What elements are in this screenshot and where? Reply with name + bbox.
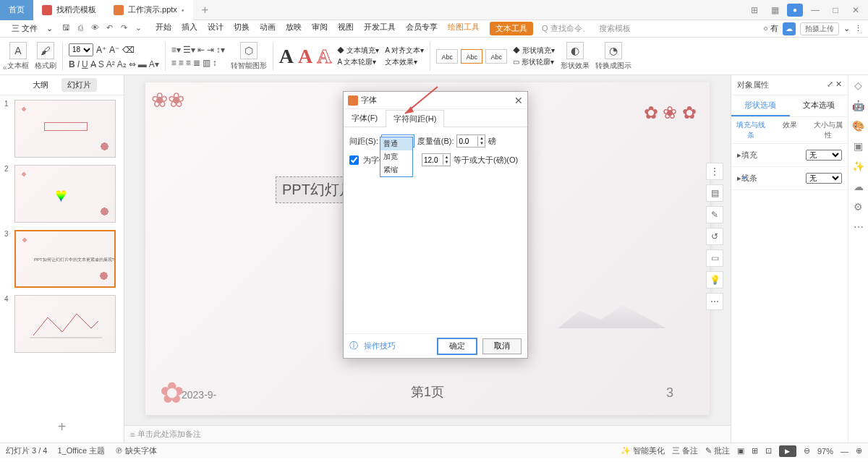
zoom-level[interactable]: 97% bbox=[817, 447, 833, 456]
float-crop-icon[interactable]: ▭ bbox=[706, 249, 723, 267]
slideshow-button[interactable]: ▶ bbox=[779, 445, 796, 457]
beautify-button[interactable]: ✨ 智能美化 bbox=[621, 445, 665, 456]
align-center-button[interactable]: ≡ bbox=[179, 58, 184, 68]
cancel-button[interactable]: 取消 bbox=[482, 338, 522, 354]
float-bulb-icon[interactable]: 💡 bbox=[706, 271, 723, 289]
undo-icon[interactable]: ↶ bbox=[103, 23, 115, 35]
tab-add[interactable]: + bbox=[193, 0, 217, 20]
menu-animation[interactable]: 动画 bbox=[260, 22, 276, 35]
rail-fx-icon[interactable]: ✨ bbox=[848, 156, 868, 176]
convert-smartart[interactable]: ⬡ 转智能图形 bbox=[231, 42, 267, 71]
fontcolor-button[interactable]: A▾ bbox=[149, 59, 159, 69]
add-slide-button[interactable]: + bbox=[0, 411, 124, 443]
option-expand[interactable]: 加宽 bbox=[380, 150, 412, 163]
minimize-button[interactable]: — bbox=[807, 5, 823, 15]
menu-slideshow[interactable]: 放映 bbox=[286, 22, 302, 35]
subtab-effect[interactable]: 效果 bbox=[770, 117, 809, 143]
tab-text-options[interactable]: 文本选项 bbox=[790, 95, 848, 116]
dialog-tab-font[interactable]: 字体(F) bbox=[344, 109, 386, 127]
shape-style-3[interactable]: Abc bbox=[485, 49, 507, 64]
kern-spinner[interactable]: ▲▼ bbox=[422, 153, 451, 166]
redo-icon[interactable]: ↷ bbox=[118, 23, 129, 35]
view-reading-icon[interactable]: ⊡ bbox=[765, 446, 772, 456]
rail-diamond-icon[interactable]: ◇ bbox=[848, 75, 868, 95]
rail-settings-icon[interactable]: ⚙ bbox=[848, 197, 868, 217]
linespacing-button[interactable]: ↕▾ bbox=[216, 45, 225, 55]
spacing-button[interactable]: ⇔ bbox=[129, 59, 136, 69]
align-justify-button[interactable]: ≣ bbox=[193, 58, 200, 68]
decrease-font-icon[interactable]: A⁻ bbox=[109, 45, 119, 55]
zoom-out-button[interactable]: ⊖ bbox=[804, 446, 810, 456]
notes-pane[interactable]: ≡ 单击此处添加备注 bbox=[124, 425, 731, 443]
kern-input[interactable] bbox=[422, 156, 443, 164]
spin-down-icon[interactable]: ▼ bbox=[478, 141, 485, 146]
shadow-button[interactable]: S bbox=[98, 59, 104, 69]
textdir-button[interactable]: ↕ bbox=[213, 58, 217, 68]
italic-button[interactable]: I bbox=[77, 59, 80, 69]
ok-button[interactable]: 确定 bbox=[438, 338, 477, 354]
menu-texttools[interactable]: 文本工具 bbox=[490, 22, 533, 35]
theme-name[interactable]: 1_Office 主题 bbox=[57, 445, 105, 456]
cloud-icon[interactable]: ☁ bbox=[783, 22, 796, 35]
thumbnail-3[interactable]: 3 PPT如何让幻灯片中的文本更紧凑的展现? bbox=[4, 230, 119, 288]
fit-button[interactable]: ⊕ bbox=[856, 446, 862, 456]
save-icon[interactable]: 🖫 bbox=[60, 23, 72, 35]
strike-button[interactable]: A̶ bbox=[90, 59, 96, 69]
upload-button[interactable]: 拍摄上传 bbox=[800, 22, 839, 35]
collapse-outline-icon[interactable]: « bbox=[3, 64, 7, 72]
subscript-button[interactable]: A₂ bbox=[117, 59, 127, 69]
sync-status[interactable]: ○ 有 bbox=[763, 23, 778, 34]
menu-transition[interactable]: 切换 bbox=[234, 22, 250, 35]
maximize-button[interactable]: □ bbox=[827, 5, 843, 15]
textfill-button[interactable]: ◆ 文本填充▾ bbox=[337, 46, 379, 56]
comments-button[interactable]: ✎ 批注 bbox=[705, 445, 730, 456]
close-button[interactable]: ✕ bbox=[848, 5, 864, 15]
rail-more-icon[interactable]: ⋯ bbox=[848, 217, 868, 237]
view-normal-icon[interactable]: ▣ bbox=[737, 446, 744, 456]
spin-down-icon[interactable]: ▼ bbox=[443, 160, 450, 165]
file-menu[interactable]: 三 文件 bbox=[6, 22, 43, 35]
float-more-icon[interactable]: ⋯ bbox=[706, 293, 723, 310]
tab-outline[interactable]: 大纲 bbox=[27, 78, 54, 92]
texteffect-button[interactable]: 文本效果▾ bbox=[385, 57, 424, 67]
columns-button[interactable]: ▥ bbox=[203, 58, 210, 68]
bullets-button[interactable]: ≡▾ bbox=[171, 45, 181, 55]
tab-document[interactable]: 工作演示.pptx • bbox=[105, 0, 193, 20]
menu-view[interactable]: 视图 bbox=[338, 22, 354, 35]
menu-drawtools[interactable]: 绘图工具 bbox=[448, 22, 480, 35]
more-menu-icon[interactable]: ⋮ bbox=[854, 24, 862, 33]
decrease-indent-button[interactable]: ⇤ bbox=[197, 45, 205, 55]
expand-icon[interactable]: ⤢ ✕ bbox=[827, 80, 842, 90]
view-sorter-icon[interactable]: ⊞ bbox=[752, 446, 758, 456]
section-line[interactable]: ▸ 线条 无 bbox=[731, 167, 848, 190]
align-left-button[interactable]: ≡ bbox=[171, 58, 176, 68]
fontsize-select[interactable]: 18 bbox=[69, 43, 93, 56]
numbering-button[interactable]: ☰▾ bbox=[183, 45, 195, 55]
underline-button[interactable]: U bbox=[82, 59, 88, 69]
avatar-icon[interactable]: ● bbox=[787, 4, 803, 17]
shapeeffect-button[interactable]: ◐ 形状效果 bbox=[561, 42, 590, 71]
menu-design[interactable]: 设计 bbox=[208, 22, 224, 35]
textoutline-button[interactable]: A 文本轮廓▾ bbox=[337, 57, 379, 67]
rail-shapes-icon[interactable]: ▣ bbox=[848, 136, 868, 156]
collapse-ribbon-icon[interactable]: ⌄ bbox=[843, 24, 850, 33]
tab-slides[interactable]: 幻灯片 bbox=[61, 78, 97, 92]
spin-up-icon[interactable]: ▲ bbox=[478, 136, 485, 141]
option-normal[interactable]: 普通 bbox=[380, 137, 412, 150]
layout-icon[interactable]: ⊞ bbox=[746, 5, 762, 15]
float-reset-icon[interactable]: ↺ bbox=[706, 228, 723, 245]
subtab-size[interactable]: 大小与属性 bbox=[809, 117, 848, 143]
menu-insert[interactable]: 插入 bbox=[182, 22, 197, 35]
float-layers-icon[interactable]: ▤ bbox=[706, 184, 723, 202]
float-pen-icon[interactable]: ✎ bbox=[706, 206, 723, 223]
tab-template-search[interactable]: 找稻壳模板 bbox=[33, 0, 105, 20]
thumbnail-2[interactable]: 2 ♥ bbox=[4, 165, 119, 223]
print-icon[interactable]: ⎙ bbox=[75, 23, 86, 35]
search-template[interactable]: 搜索模板 bbox=[599, 23, 631, 34]
subtab-fill[interactable]: 填充与线条 bbox=[731, 117, 770, 143]
textbox-button[interactable]: A 文本框 bbox=[7, 42, 29, 71]
tab-home[interactable]: 首页 bbox=[0, 0, 33, 20]
dialog-close-button[interactable]: ✕ bbox=[514, 95, 523, 106]
menu-start[interactable]: 开始 bbox=[156, 22, 171, 35]
superscript-button[interactable]: A² bbox=[106, 59, 115, 69]
